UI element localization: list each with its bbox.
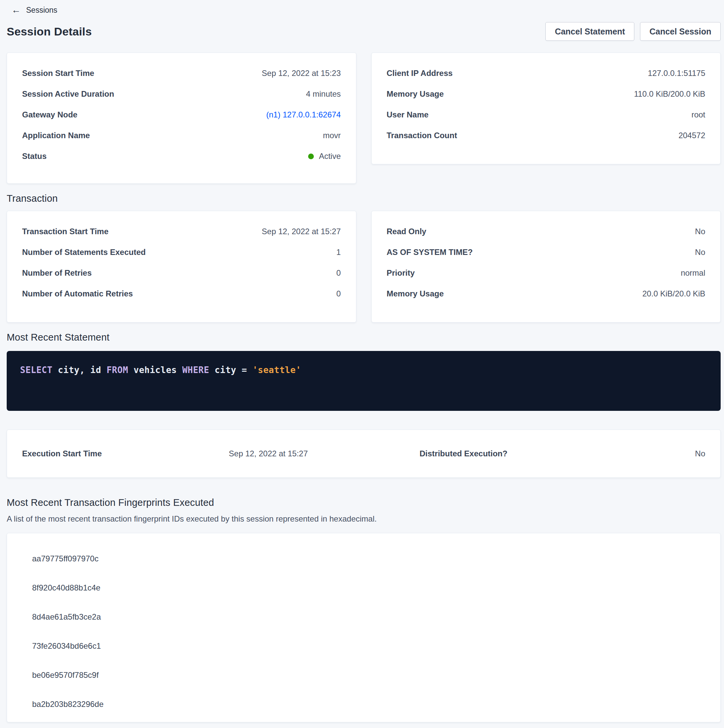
automatic-retries-value: 0 — [336, 289, 341, 298]
fingerprints-section-heading: Most Recent Transaction Fingerprints Exe… — [7, 497, 721, 508]
automatic-retries-label: Number of Automatic Retries — [22, 289, 133, 298]
session-summary-card-left: Session Start Time Sep 12, 2022 at 15:23… — [7, 52, 356, 184]
statement-section-heading: Most Recent Statement — [7, 332, 721, 343]
sql-text: city, id — [52, 365, 107, 375]
as-of-system-time-row: AS OF SYSTEM TIME? No — [387, 242, 706, 263]
distributed-execution-value: No — [695, 449, 705, 458]
user-name-label: User Name — [387, 110, 429, 119]
fingerprint-item: aa79775ff097970c — [32, 544, 705, 573]
retries-value: 0 — [336, 268, 341, 278]
sql-text: city = — [209, 365, 252, 375]
gateway-node-link[interactable]: (n1) 127.0.0.1:62674 — [266, 110, 341, 119]
back-link-label[interactable]: Sessions — [26, 6, 57, 15]
gateway-node-row: Gateway Node (n1) 127.0.0.1:62674 — [22, 104, 341, 125]
client-ip-label: Client IP Address — [387, 69, 453, 78]
fingerprint-item: be06e9570f785c9f — [32, 661, 705, 690]
distributed-execution-label: Distributed Execution? — [419, 449, 508, 458]
txn-memory-usage-value: 20.0 KiB/20.0 KiB — [642, 289, 705, 298]
status-label: Status — [22, 151, 46, 161]
sql-keyword: WHERE — [182, 365, 210, 375]
session-details-page: ← Sessions Session Details Cancel Statem… — [0, 0, 724, 728]
transaction-card-left: Transaction Start Time Sep 12, 2022 at 1… — [7, 211, 356, 323]
cancel-statement-button[interactable]: Cancel Statement — [545, 22, 634, 41]
transaction-section-heading: Transaction — [7, 193, 721, 204]
transaction-count-row: Transaction Count 204572 — [387, 125, 706, 146]
back-link-sessions[interactable]: ← Sessions — [7, 4, 721, 15]
header-actions: Cancel Statement Cancel Session — [545, 22, 721, 41]
memory-usage-row: Memory Usage 110.0 KiB/200.0 KiB — [387, 84, 706, 104]
session-start-time-value: Sep 12, 2022 at 15:23 — [262, 69, 341, 78]
read-only-row: Read Only No — [387, 221, 706, 242]
page-header: Session Details Cancel Statement Cancel … — [7, 22, 721, 41]
fingerprint-id: ba2b203b823296de — [32, 700, 104, 709]
fingerprints-description: A list of the most recent transaction fi… — [7, 514, 721, 524]
status-row: Status Active — [22, 146, 341, 167]
fingerprint-item: ba2b203b823296de — [32, 690, 705, 719]
user-name-row: User Name root — [387, 104, 706, 125]
txn-memory-usage-label: Memory Usage — [387, 289, 444, 298]
sql-keyword: FROM — [106, 365, 128, 375]
transaction-card-right: Read Only No AS OF SYSTEM TIME? No Prior… — [371, 211, 721, 323]
as-of-system-time-label: AS OF SYSTEM TIME? — [387, 248, 473, 257]
transaction-count-label: Transaction Count — [387, 131, 457, 140]
transaction-start-time-value: Sep 12, 2022 at 15:27 — [262, 227, 341, 236]
sql-statement-box: SELECT city, id FROM vehicles WHERE city… — [7, 351, 721, 411]
priority-row: Priority normal — [387, 263, 706, 283]
sql-statement-code: SELECT city, id FROM vehicles WHERE city… — [20, 365, 301, 375]
transaction-row: Transaction Start Time Sep 12, 2022 at 1… — [7, 211, 721, 323]
as-of-system-time-value: No — [695, 248, 705, 257]
execution-card: Execution Start Time Sep 12, 2022 at 15:… — [7, 430, 721, 478]
gateway-node-label: Gateway Node — [22, 110, 77, 119]
execution-start-time-row: Execution Start Time Sep 12, 2022 at 15:… — [22, 445, 308, 462]
session-active-duration-label: Session Active Duration — [22, 89, 114, 99]
status-value: Active — [308, 151, 341, 161]
memory-usage-label: Memory Usage — [387, 89, 444, 99]
txn-memory-usage-row: Memory Usage 20.0 KiB/20.0 KiB — [387, 283, 706, 304]
fingerprint-id: 8d4ae61a5fb3ce2a — [32, 612, 101, 622]
priority-value: normal — [681, 268, 705, 278]
fingerprint-item: 8f920c40d88b1c4e — [32, 573, 705, 602]
sql-string-literal: 'seattle' — [253, 365, 301, 375]
retries-label: Number of Retries — [22, 268, 92, 278]
session-active-duration-value: 4 minutes — [306, 89, 341, 99]
statements-executed-label: Number of Statements Executed — [22, 248, 145, 257]
fingerprint-id: 73fe26034bd6e6c1 — [32, 641, 101, 651]
read-only-label: Read Only — [387, 227, 427, 236]
fingerprints-list-card: aa79775ff097970c 8f920c40d88b1c4e 8d4ae6… — [7, 533, 721, 722]
execution-start-time-label: Execution Start Time — [22, 449, 102, 458]
session-start-time-label: Session Start Time — [22, 69, 94, 78]
transaction-start-time-label: Transaction Start Time — [22, 227, 109, 236]
page-title: Session Details — [7, 25, 92, 38]
client-ip-value: 127.0.0.1:51175 — [648, 69, 705, 78]
application-name-row: Application Name movr — [22, 125, 341, 146]
distributed-execution-row: Distributed Execution? No — [419, 445, 705, 462]
transaction-start-time-row: Transaction Start Time Sep 12, 2022 at 1… — [22, 221, 341, 242]
back-arrow-icon[interactable]: ← — [11, 5, 21, 15]
client-ip-row: Client IP Address 127.0.0.1:51175 — [387, 63, 706, 84]
statements-executed-value: 1 — [336, 248, 341, 257]
status-active-dot-icon — [308, 154, 314, 159]
sql-keyword: SELECT — [20, 365, 52, 375]
retries-row: Number of Retries 0 — [22, 263, 341, 283]
fingerprint-item: 73fe26034bd6e6c1 — [32, 631, 705, 661]
fingerprint-id: aa79775ff097970c — [32, 554, 98, 563]
memory-usage-value: 110.0 KiB/200.0 KiB — [634, 89, 705, 99]
status-badge: Active — [319, 151, 341, 161]
session-start-time-row: Session Start Time Sep 12, 2022 at 15:23 — [22, 63, 341, 84]
user-name-value: root — [692, 110, 705, 119]
session-active-duration-row: Session Active Duration 4 minutes — [22, 84, 341, 104]
session-summary-card-right: Client IP Address 127.0.0.1:51175 Memory… — [371, 52, 721, 164]
transaction-count-value: 204572 — [678, 131, 705, 140]
fingerprint-id: 8f920c40d88b1c4e — [32, 583, 100, 592]
sql-text: vehicles — [128, 365, 182, 375]
fingerprint-item: 8d4ae61a5fb3ce2a — [32, 602, 705, 631]
execution-start-time-value: Sep 12, 2022 at 15:27 — [229, 449, 308, 458]
priority-label: Priority — [387, 268, 415, 278]
application-name-label: Application Name — [22, 131, 90, 140]
fingerprint-id: be06e9570f785c9f — [32, 670, 99, 680]
session-summary-row: Session Start Time Sep 12, 2022 at 15:23… — [7, 52, 721, 184]
cancel-session-button[interactable]: Cancel Session — [640, 22, 721, 41]
automatic-retries-row: Number of Automatic Retries 0 — [22, 283, 341, 304]
statements-executed-row: Number of Statements Executed 1 — [22, 242, 341, 263]
application-name-value: movr — [323, 131, 341, 140]
